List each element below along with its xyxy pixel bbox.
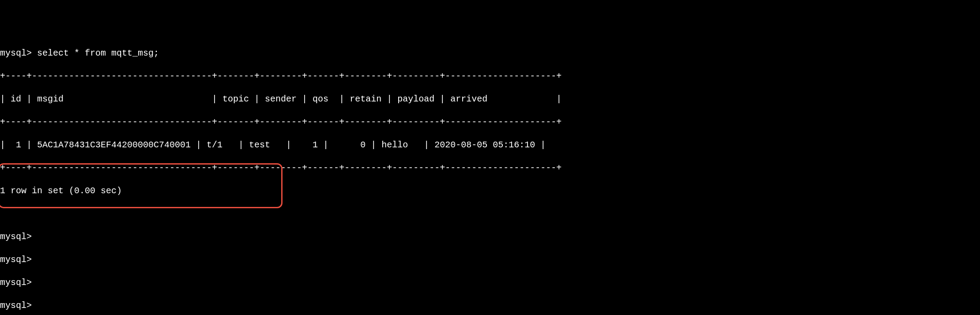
mysql-prompt-empty: mysql> xyxy=(0,277,980,289)
mysql-prompt: mysql> xyxy=(0,48,32,58)
sql-query: select * from mqtt_msg; xyxy=(37,48,159,58)
blank-line xyxy=(0,208,980,220)
mysql-prompt-empty: mysql> xyxy=(0,254,980,266)
table-data-row: | 1 | 5AC1A78431C3EF44200000C740001 | t/… xyxy=(0,139,980,151)
query-result: 1 row in set (0.00 sec) xyxy=(0,185,980,197)
mysql-prompt-empty: mysql> xyxy=(0,300,980,311)
table-header-row: | id | msgid | topic | sender | qos | re… xyxy=(0,94,980,105)
mysql-prompt-empty: mysql> xyxy=(0,231,980,243)
table-border-top: +----+----------------------------------… xyxy=(0,71,980,82)
table-border-bot: +----+----------------------------------… xyxy=(0,162,980,174)
terminal-query-line: mysql> select * from mqtt_msg; xyxy=(0,48,980,59)
table-border-mid: +----+----------------------------------… xyxy=(0,116,980,128)
